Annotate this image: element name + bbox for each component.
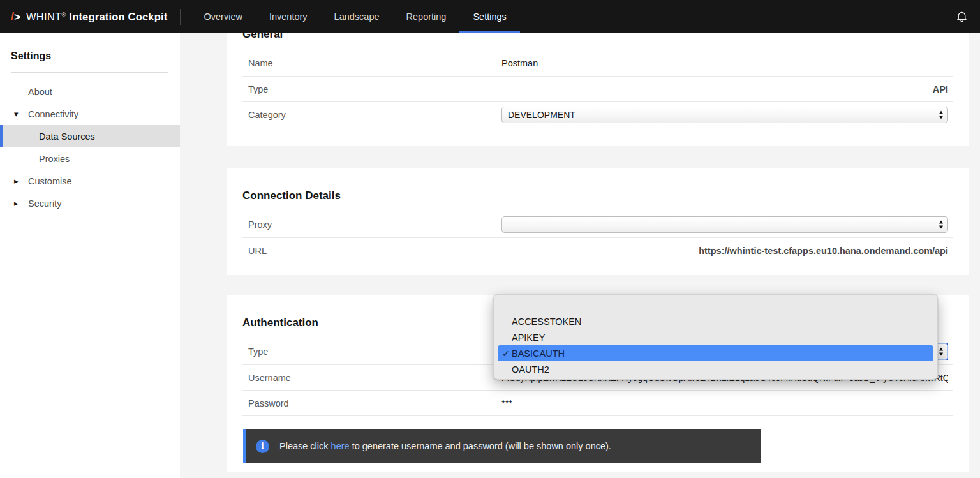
general-name-value: Postman	[501, 58, 948, 68]
sidebar-item-label: Customise	[28, 176, 72, 186]
general-name-row: NamePostman	[242, 50, 953, 76]
dropdown-option-label: OAUTH2	[512, 364, 549, 375]
connection-details-title: Connection Details	[242, 168, 953, 202]
sidebar-item-about[interactable]: About	[0, 80, 180, 103]
general-type-label: Type	[248, 84, 501, 94]
dropdown-option-basicauth[interactable]: ✓BASICAUTH	[498, 345, 933, 361]
connection-rows: ProxyURLhttps://whintic-test.cfapps.eu10…	[242, 212, 953, 263]
dropdown-option-apikey[interactable]: ✓APIKEY	[494, 329, 937, 345]
sidebar-divider	[11, 72, 168, 73]
sidebar-item-security[interactable]: ▸Security	[0, 192, 180, 214]
authentication-username-label: Username	[248, 373, 501, 383]
select-stepper-icon	[939, 221, 943, 229]
sidebar-item-label: Proxies	[39, 154, 70, 164]
general-type-row: TypeAPI	[242, 76, 953, 101]
dropdown-option-oauth2[interactable]: ✓OAUTH2	[494, 361, 937, 377]
connection-url-value: https://whintic-test.cfapps.eu10.hana.on…	[501, 246, 948, 256]
checkmark-placeholder: ✓	[502, 301, 512, 311]
info-banner-text: Please click here to generate username a…	[279, 441, 611, 451]
nav-tab-landscape[interactable]: Landscape	[321, 0, 393, 33]
app-header: />WHINT® Integration Cockpit OverviewInv…	[0, 0, 980, 33]
general-rows: NamePostmanTypeAPICategoryDEVELOPMENT	[242, 50, 953, 127]
general-card: General NamePostmanTypeAPICategoryDEVELO…	[227, 33, 969, 146]
sidebar-item-label: Data Sources	[39, 131, 95, 142]
general-category-row: CategoryDEVELOPMENT	[242, 101, 953, 127]
registered-trademark-symbol: ®	[62, 11, 66, 17]
notifications-button[interactable]	[955, 10, 969, 24]
generate-credentials-link[interactable]: here	[331, 441, 350, 451]
checkmark-placeholder: ✓	[502, 364, 512, 375]
sidebar-nav: About▾ConnectivityData SourcesProxies▸Cu…	[0, 80, 180, 214]
general-name-label: Name	[248, 58, 501, 68]
chevron-right-icon[interactable]: ▸	[14, 177, 23, 184]
dropdown-option-label: BASICAUTH	[512, 348, 565, 359]
authentication-password-row: Password***	[242, 390, 953, 415]
logo-product: Integration Cockpit	[69, 11, 167, 23]
sidebar-item-data-sources[interactable]: Data Sources	[0, 125, 180, 147]
connection-proxy-value	[501, 216, 948, 233]
connection-proxy-label: Proxy	[248, 220, 501, 230]
header-divider	[180, 9, 181, 25]
logo-brand: WHINT®	[26, 11, 69, 23]
dropdown-option-label: APIKEY	[512, 332, 545, 343]
chevron-right-icon[interactable]: ▸	[14, 199, 23, 207]
authentication-password-value: ***	[501, 398, 948, 408]
bell-icon	[955, 10, 969, 24]
nav-tab-settings[interactable]: Settings	[459, 0, 519, 33]
app-logo: />WHINT® Integration Cockpit	[11, 10, 168, 24]
connection-proxy-select[interactable]	[501, 216, 948, 233]
general-category-select-value: DEVELOPMENT	[508, 110, 575, 120]
info-banner: i Please click here to generate username…	[243, 429, 761, 463]
dropdown-option-label: ACCESSTOKEN	[512, 317, 581, 327]
info-icon: i	[256, 440, 269, 453]
authentication-type-label: Type	[248, 347, 501, 357]
general-type-value: API	[501, 84, 948, 94]
select-stepper-icon	[939, 348, 943, 356]
nav-tab-inventory[interactable]: Inventory	[256, 0, 321, 33]
logo-angle-mark: >	[14, 11, 20, 24]
sidebar-item-connectivity[interactable]: ▾Connectivity	[0, 103, 180, 125]
general-category-select[interactable]: DEVELOPMENT	[501, 107, 948, 123]
nav-tab-overview[interactable]: Overview	[191, 0, 256, 33]
general-title: General	[242, 33, 953, 41]
main-content: General NamePostmanTypeAPICategoryDEVELO…	[180, 33, 980, 478]
top-nav: OverviewInventoryLandscapeReportingSetti…	[191, 0, 520, 33]
sidebar-item-customise[interactable]: ▸Customise	[0, 170, 180, 192]
general-category-value: DEVELOPMENT	[501, 107, 948, 123]
sidebar-item-label: Connectivity	[28, 109, 78, 119]
sidebar-item-label: About	[28, 87, 52, 97]
connection-url-label: URL	[248, 246, 501, 256]
checkmark-placeholder: ✓	[502, 332, 512, 343]
select-stepper-icon	[939, 110, 943, 119]
chevron-down-icon[interactable]: ▾	[14, 110, 23, 117]
connection-details-card: Connection Details ProxyURLhttps://whint…	[227, 168, 969, 275]
checkmark-placeholder: ✓	[502, 317, 512, 327]
connection-url-row: URLhttps://whintic-test.cfapps.eu10.hana…	[242, 237, 953, 263]
type-select-dropdown: ✓✓ACCESSTOKEN✓APIKEY✓BASICAUTH✓OAUTH2	[493, 294, 938, 380]
general-category-label: Category	[248, 110, 501, 120]
authentication-password-label: Password	[248, 398, 501, 408]
sidebar-item-label: Security	[28, 198, 61, 209]
connection-proxy-row: Proxy	[242, 212, 953, 237]
checkmark-icon: ✓	[502, 348, 512, 359]
nav-tab-reporting[interactable]: Reporting	[393, 0, 460, 33]
sidebar-heading: Settings	[11, 51, 180, 61]
settings-sidebar: Settings About▾ConnectivityData SourcesP…	[0, 33, 180, 478]
dropdown-option-accesstoken[interactable]: ✓ACCESSTOKEN	[494, 313, 937, 329]
sidebar-item-proxies[interactable]: Proxies	[0, 147, 180, 170]
dropdown-option-empty[interactable]: ✓	[494, 297, 937, 313]
